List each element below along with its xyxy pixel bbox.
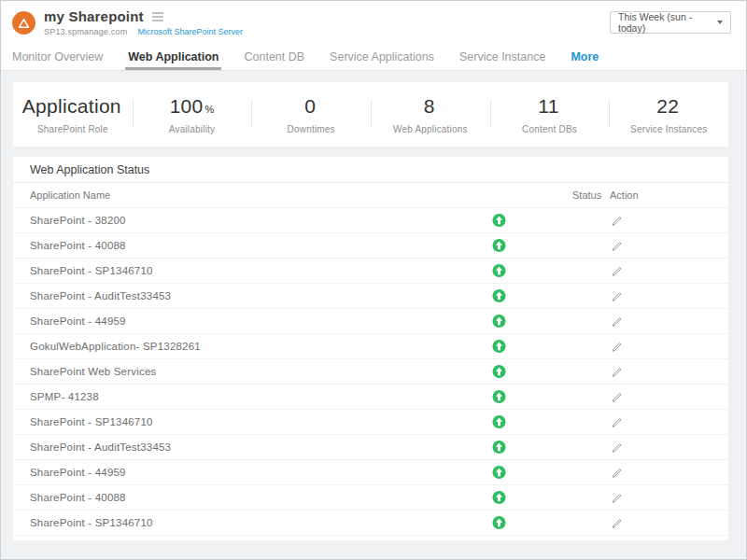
chevron-down-icon [717, 21, 723, 24]
monitor-logo [12, 11, 35, 35]
table-row: SharePoint - 44959 [13, 460, 728, 485]
edit-pencil-icon[interactable] [611, 492, 623, 504]
edit-pencil-icon[interactable] [611, 341, 623, 353]
status-up-icon [492, 415, 506, 429]
application-name: SharePoint - 44959 [30, 467, 126, 478]
tab-label: Service Applications [330, 50, 434, 63]
server-type-link[interactable]: Microsoft SharePoint Server [137, 27, 243, 36]
application-name: SharePoint - SP1346710 [30, 265, 153, 276]
web-application-status-card: Web Application Status Application Name … [13, 157, 728, 540]
table-row: SharePoint - SP1346710 [13, 410, 728, 435]
application-name: SharePoint - 44959 [30, 315, 126, 327]
table-row: SPMP- 41238 [13, 385, 728, 410]
edit-pencil-icon[interactable] [611, 366, 623, 378]
card-title: Web Application Status [13, 157, 728, 183]
host-name: SP13.spmanage.com [44, 27, 127, 36]
table-row: SharePoint - AuditTest33453 [13, 435, 728, 460]
edit-pencil-icon[interactable] [611, 215, 623, 227]
stat-value: Application [22, 95, 121, 117]
status-up-icon [492, 441, 506, 455]
application-name: SharePoint - SP1346710 [30, 416, 153, 427]
tab-content-db[interactable]: Content DB [244, 44, 304, 70]
app-window: my Sharepoint SP13.spmanage.com Microsof… [0, 0, 747, 560]
table-row: SharePoint Web Services [13, 359, 728, 385]
tab-monitor-overview[interactable]: Monitor Overview [12, 44, 103, 70]
stat-tile: Application SharePoint Role [13, 95, 133, 134]
application-name: SharePoint - 38200 [30, 215, 126, 226]
stat-label: Availability [133, 124, 252, 134]
table-row: SharePoint - 44959 [13, 309, 728, 334]
tab-label: Monitor Overview [12, 50, 103, 63]
stat-value: 11 [538, 95, 558, 117]
status-up-icon [492, 315, 506, 329]
summary-stats-card: Application SharePoint Role 100% Availab… [13, 82, 728, 147]
table-row: SharePoint - SP1346710 [13, 259, 728, 284]
status-up-icon [492, 390, 506, 404]
table-row: GokulWebApplication- SP1328261 [13, 334, 728, 359]
stat-tile: 11 Content DBs [490, 95, 610, 134]
stat-tile: 22 Service Instances [609, 95, 728, 134]
stat-label: SharePoint Role [13, 124, 133, 134]
tabbar: Monitor Overview Web Application Content… [1, 44, 746, 71]
time-range-dropdown[interactable]: This Week (sun - today) [610, 11, 731, 34]
status-up-icon [492, 214, 506, 228]
stat-value: 100 [170, 95, 204, 117]
stat-tile: 100% Availability [133, 95, 252, 134]
edit-pencil-icon[interactable] [611, 441, 623, 454]
edit-pencil-icon[interactable] [611, 315, 623, 328]
tab-label: More [571, 50, 599, 63]
stat-value: 0 [304, 95, 316, 117]
tab-service-instance[interactable]: Service Instance [459, 44, 545, 70]
column-header-action: Action [610, 189, 639, 201]
edit-pencil-icon[interactable] [611, 517, 623, 529]
tab-label: Service Instance [459, 50, 545, 63]
status-up-icon [492, 239, 506, 253]
tab-more[interactable]: More [571, 44, 599, 70]
application-name: SharePoint - AuditTest33453 [30, 441, 171, 453]
application-name: SharePoint - 40088 [30, 492, 126, 503]
monitor-identity: my Sharepoint SP13.spmanage.com Microsof… [12, 8, 243, 36]
stat-label: Content DBs [490, 124, 610, 134]
content-area: Application SharePoint Role 100% Availab… [1, 71, 746, 559]
warning-triangle-icon [18, 18, 30, 29]
application-name: SharePoint - SP1346710 [30, 517, 153, 528]
edit-pencil-icon[interactable] [611, 290, 623, 302]
stat-value: 8 [424, 95, 435, 117]
application-name: SharePoint - 40088 [30, 240, 126, 251]
stat-label: Web Applications [371, 124, 490, 134]
status-up-icon [492, 466, 506, 480]
column-header-status: Status [572, 189, 601, 201]
time-range-value: This Week (sun - today) [618, 11, 717, 34]
tab-service-applications[interactable]: Service Applications [330, 44, 434, 70]
status-up-icon [492, 289, 506, 303]
stat-tile: 0 Downtimes [251, 95, 371, 134]
status-up-icon [492, 516, 506, 530]
edit-pencil-icon[interactable] [611, 391, 623, 403]
status-up-icon [492, 491, 506, 505]
table-row: SharePoint - 40088 [13, 485, 728, 511]
tab-label: Content DB [244, 50, 304, 63]
status-up-icon [492, 340, 506, 354]
table-header-row: Application Name Status Action [13, 183, 728, 208]
application-name: GokulWebApplication- SP1328261 [30, 341, 201, 352]
table-row: SharePoint - SP1346710 [13, 511, 728, 536]
edit-pencil-icon[interactable] [611, 467, 623, 479]
page-title: my Sharepoint [44, 8, 144, 24]
table-row: SharePoint - 38200 [13, 208, 728, 233]
application-name: SharePoint Web Services [30, 366, 156, 377]
tab-web-application[interactable]: Web Application [128, 44, 218, 70]
table-body: SharePoint - 38200 SharePoint - 40088 Sh… [13, 208, 728, 536]
edit-pencil-icon[interactable] [611, 416, 623, 428]
stat-label: Downtimes [251, 124, 371, 134]
header: my Sharepoint SP13.spmanage.com Microsof… [1, 1, 746, 44]
status-up-icon [492, 264, 506, 278]
tab-label: Web Application [128, 50, 218, 63]
hamburger-menu-icon[interactable] [152, 10, 163, 23]
application-name: SharePoint - AuditTest33453 [30, 290, 171, 301]
edit-pencil-icon[interactable] [611, 265, 623, 277]
stat-tile: 8 Web Applications [371, 95, 490, 134]
stat-label: Service Instances [609, 124, 728, 134]
edit-pencil-icon[interactable] [611, 240, 623, 252]
stat-suffix: % [205, 104, 215, 115]
title-block: my Sharepoint SP13.spmanage.com Microsof… [44, 8, 243, 36]
